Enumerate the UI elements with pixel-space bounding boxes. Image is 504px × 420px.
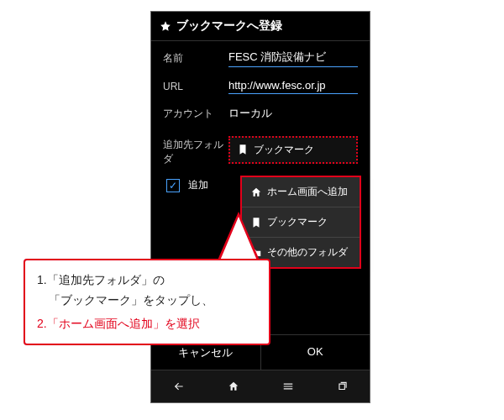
account-value[interactable]: ローカル	[228, 106, 358, 121]
folder-dropdown[interactable]: ブックマーク	[228, 136, 358, 164]
nav-recent[interactable]	[315, 370, 370, 402]
nav-home[interactable]	[206, 370, 260, 402]
dialog-titlebar: ブックマークへ登録	[151, 12, 370, 41]
recent-icon	[337, 381, 349, 392]
callout-line2: 2.「ホーム画面へ追加」を選択	[37, 314, 257, 334]
system-navbar	[151, 370, 370, 402]
nav-back[interactable]	[151, 370, 206, 402]
instruction-callout: 1.「追加先フォルダ」の 「ブックマーク」をタップし、 2.「ホーム画面へ追加」…	[24, 259, 270, 345]
home-icon	[250, 186, 262, 198]
folder-value-wrap: ブックマーク	[228, 136, 358, 164]
add-home-checkbox[interactable]: ✓	[166, 179, 180, 192]
account-label: アカウント	[163, 107, 228, 121]
home-icon	[228, 381, 239, 392]
dropdown-item-label: その他のフォルダ	[267, 245, 348, 260]
dropdown-item-label: ホーム画面へ追加	[267, 185, 348, 199]
name-input[interactable]: FESC 消防設備ナビ	[228, 50, 358, 67]
row-name: 名前 FESC 消防設備ナビ	[163, 50, 358, 67]
dropdown-item-home[interactable]: ホーム画面へ追加	[242, 177, 360, 207]
dialog-content: 名前 FESC 消防設備ナビ URL http://www.fesc.or.jp…	[151, 41, 370, 192]
row-folder: 追加先フォルダ ブックマーク	[163, 133, 358, 166]
star-icon	[160, 20, 171, 32]
row-account: アカウント ローカル	[163, 106, 358, 121]
dialog-title: ブックマークへ登録	[176, 18, 282, 34]
callout-line1b: 「ブックマーク」をタップし、	[37, 291, 257, 311]
add-home-label: 追加	[188, 178, 208, 192]
bookmark-icon	[237, 144, 249, 155]
folder-dropdown-label: ブックマーク	[254, 143, 314, 157]
url-input[interactable]: http://www.fesc.or.jp	[228, 79, 358, 94]
callout-line1a: 1.「追加先フォルダ」の	[37, 270, 257, 291]
ok-button[interactable]: OK	[261, 335, 370, 370]
menu-icon	[282, 381, 294, 392]
url-label: URL	[163, 81, 228, 92]
dropdown-item-label: ブックマーク	[267, 215, 328, 229]
nav-menu[interactable]	[260, 370, 315, 402]
folder-label: 追加先フォルダ	[163, 133, 228, 166]
name-label: 名前	[163, 51, 228, 66]
row-url: URL http://www.fesc.or.jp	[163, 79, 358, 94]
back-icon	[173, 381, 185, 392]
